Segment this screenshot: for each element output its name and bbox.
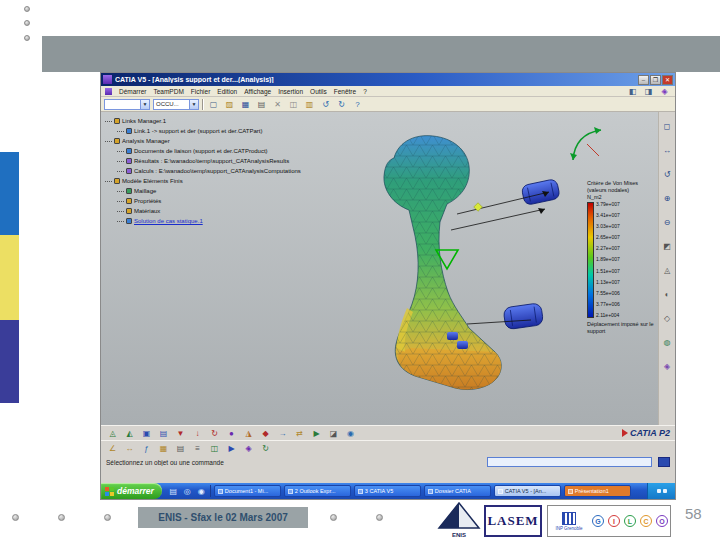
tree-item-solution[interactable]: Solution de cas statique.1 xyxy=(117,216,301,226)
3d-viewport[interactable]: Links Manager.1 Link.1 -> support et der… xyxy=(101,112,658,425)
fit-all-icon[interactable]: ◻ xyxy=(661,120,674,133)
cut-icon[interactable]: ✕ xyxy=(271,98,284,111)
amplification-icon[interactable]: ◉ xyxy=(344,427,357,440)
print-icon[interactable]: ▤ xyxy=(255,98,268,111)
tree-node-icon xyxy=(114,118,120,124)
browser-icon[interactable]: ◎ xyxy=(182,485,193,497)
new-document-icon[interactable]: ▢ xyxy=(207,98,220,111)
rotate-icon[interactable]: ↺ xyxy=(661,168,674,181)
tree-item-links-manager[interactable]: Links Manager.1 xyxy=(105,116,301,126)
tree-item-liaison[interactable]: Documents de liaison (support et der.CAT… xyxy=(117,146,301,156)
deformation-icon[interactable]: ◮ xyxy=(242,427,255,440)
tree-item-resultats[interactable]: Résultats : E:\wanadoo\temp\support_CATA… xyxy=(117,156,301,166)
undo-icon[interactable]: ↺ xyxy=(319,98,332,111)
task-presentation[interactable]: Présentation1 xyxy=(564,485,631,497)
menu-item[interactable]: Fenêtre xyxy=(334,88,356,95)
refresh-icon[interactable]: ↻ xyxy=(259,442,272,455)
cut-plane-icon[interactable]: ◪ xyxy=(327,427,340,440)
menu-item[interactable]: ? xyxy=(363,88,367,95)
player-icon[interactable]: ▶ xyxy=(225,442,238,455)
displacement-icon[interactable]: → xyxy=(276,427,289,440)
maximize-button[interactable]: ❐ xyxy=(650,75,661,85)
close-button[interactable]: ✕ xyxy=(662,75,673,85)
task-dossier[interactable]: Dossier CATIA xyxy=(424,485,491,497)
menu-item[interactable]: Outils xyxy=(310,88,327,95)
task-catia-active[interactable]: CATIA V5 - [An... xyxy=(494,485,561,497)
menu-item[interactable]: Affichage xyxy=(244,88,271,95)
menu-item[interactable]: TeamPDM xyxy=(153,88,183,95)
copy-icon[interactable]: ◫ xyxy=(287,98,300,111)
compute-icon[interactable]: ● xyxy=(225,427,238,440)
von-mises-stress-icon[interactable]: ◆ xyxy=(259,427,272,440)
menu-item[interactable]: Edition xyxy=(217,88,237,95)
task-icon xyxy=(568,489,573,494)
minimize-button[interactable]: – xyxy=(638,75,649,85)
image-capture-icon[interactable]: ◫ xyxy=(208,442,221,455)
task-document1[interactable]: Document1 - Mi... xyxy=(214,485,281,497)
start-button[interactable]: démarrer xyxy=(101,483,162,499)
animate-icon[interactable]: ▶ xyxy=(310,427,323,440)
menu-item[interactable]: Fichier xyxy=(191,88,211,95)
zoom-out-icon[interactable]: ⊖ xyxy=(661,216,674,229)
local-mesh-icon[interactable]: ◭ xyxy=(123,427,136,440)
tree-node-icon xyxy=(126,188,132,194)
redo-icon[interactable]: ↻ xyxy=(335,98,348,111)
tree-item-calculs[interactable]: Calculs : E:\wanadoo\temp\support_CATAna… xyxy=(117,166,301,176)
groups-icon[interactable]: ◈ xyxy=(242,442,255,455)
bullet-dot xyxy=(24,6,30,12)
knowledge-formula-icon[interactable]: ƒ xyxy=(140,442,153,455)
moment-icon[interactable]: ↻ xyxy=(208,427,221,440)
bullet-dot xyxy=(24,20,30,26)
task-icon xyxy=(428,489,433,494)
task-outlook[interactable]: 2 Outlook Expr... xyxy=(284,485,351,497)
menu-item[interactable]: Insertion xyxy=(278,88,303,95)
view-toolbar: ◻↔↺⊕⊖◩◬◐◇◍◈ xyxy=(658,112,675,425)
workbench-icon[interactable]: ◈ xyxy=(658,85,671,98)
historic-icon[interactable]: ≡ xyxy=(191,442,204,455)
paste-icon[interactable]: ▥ xyxy=(303,98,316,111)
pressure-icon[interactable]: ▼ xyxy=(174,427,187,440)
mesh-part-icon[interactable]: ◬ xyxy=(106,427,119,440)
inp-emblem: INP Grenoble xyxy=(552,512,586,531)
show-desktop-icon[interactable]: ▤ xyxy=(168,485,179,497)
mail-icon[interactable]: ◉ xyxy=(196,485,207,497)
tree-item-maillage[interactable]: Maillage xyxy=(117,186,301,196)
principal-stress-icon[interactable]: ⇄ xyxy=(293,427,306,440)
legend-value: 1.51e+007 xyxy=(596,269,620,274)
normal-view-icon[interactable]: ◩ xyxy=(661,240,674,253)
filter-combo[interactable]: OCCU... ▼ xyxy=(153,99,199,110)
window-cascade-icon[interactable]: ◧ xyxy=(626,85,639,98)
graph-tree-icon[interactable]: ◈ xyxy=(661,360,674,373)
report-icon[interactable]: ▤ xyxy=(174,442,187,455)
window-tile-icon[interactable]: ◨ xyxy=(642,85,655,98)
measure-angle-icon[interactable]: ∠ xyxy=(106,442,119,455)
tree-item-analysis-manager[interactable]: Analysis Manager xyxy=(105,136,301,146)
legend-value: 3.77e+006 xyxy=(596,302,620,307)
tree-item-proprietes[interactable]: Propriétés xyxy=(117,196,301,206)
measure-between-icon[interactable]: ↔ xyxy=(123,442,136,455)
pan-icon[interactable]: ↔ xyxy=(661,144,674,157)
view-mode-combo[interactable]: ▼ xyxy=(104,99,150,110)
legend-value: 2.65e+007 xyxy=(596,235,620,240)
zoom-in-icon[interactable]: ⊕ xyxy=(661,192,674,205)
shading-icon[interactable]: ◐ xyxy=(661,288,674,301)
command-input[interactable] xyxy=(487,457,652,467)
help-icon[interactable]: ? xyxy=(351,98,364,111)
chevron-down-icon: ▼ xyxy=(189,100,198,109)
tree-item-link1[interactable]: Link.1 -> support et der (support et der… xyxy=(117,126,301,136)
restraint-symbol xyxy=(457,341,468,349)
task-catia-2[interactable]: 3 CATIA V5 xyxy=(354,485,421,497)
force-icon[interactable]: ↓ xyxy=(191,427,204,440)
hide-show-icon[interactable]: ◍ xyxy=(661,336,674,349)
clamp-icon[interactable]: ▣ xyxy=(140,427,153,440)
menu-item[interactable]: Démarrer xyxy=(119,88,146,95)
tree-item-materiaux[interactable]: Matériaux xyxy=(117,206,301,216)
view-compass[interactable] xyxy=(570,127,601,160)
open-icon[interactable]: ▨ xyxy=(223,98,236,111)
iso-view-icon[interactable]: ◬ xyxy=(661,264,674,277)
slider-restraint-icon[interactable]: ▤ xyxy=(157,427,170,440)
catalog-icon[interactable]: ▦ xyxy=(157,442,170,455)
tree-item-modele-ef[interactable]: Modèle Eléments Finis xyxy=(105,176,301,186)
save-icon[interactable]: ▦ xyxy=(239,98,252,111)
wireframe-icon[interactable]: ◇ xyxy=(661,312,674,325)
